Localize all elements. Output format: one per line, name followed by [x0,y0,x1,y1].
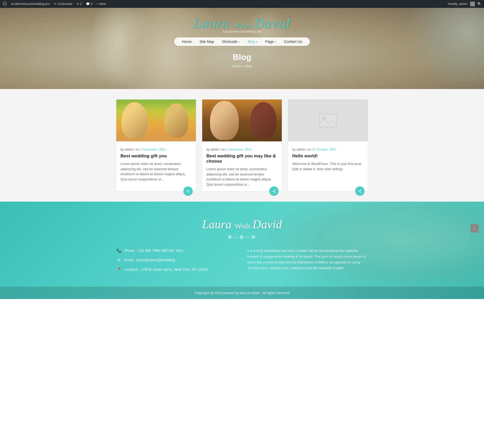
search-icon[interactable]: 🔍 [477,2,481,6]
blog-meta-3: by admin / on 20 October, 2021 [292,148,364,151]
footer-email-text: Email : laura@David@wedding [124,258,175,262]
footer-logo-left: Laura [202,218,232,231]
site-title-hero: Laura Weds David [194,16,290,31]
footer-bottom: Copyright @ 2020 powerd by laura & david… [0,287,484,299]
site-title-weds: Weds [234,21,254,30]
footer-location-text: Location : 176 W street name. New York, … [124,267,208,272]
footer-contact-column: 📞 Phone : 123 456 7890 089 567 4321 ✉ Em… [116,248,237,276]
blog-card-body-3: by admin / on 20 October, 2021 Hello wor… [288,141,368,176]
blog-card: by admin / on 1 November, 2021 Best wedd… [202,99,282,191]
nav-shotcode[interactable]: Shotcode ▾ [222,40,240,44]
footer-description-column: It is a long established fact that a rea… [247,248,368,276]
share-button-1[interactable] [183,186,193,196]
svg-point-7 [273,191,274,192]
chevron-down-icon: ▾ [238,40,240,43]
blog-section: by admin / on 1 November, 2021 Best wedd… [0,89,484,202]
svg-line-17 [359,191,360,192]
footer: Laura Weds David ✾—✿—✾ 📞 Phone : 123 456… [0,202,484,299]
copyright-text: Copyright @ 2020 powerd by laura & david… [195,291,289,295]
page-header: Blog Home » Blog [232,52,252,68]
breadcrumb: Home » Blog [232,64,252,68]
nav-wrapper: Home Site Map Shotcode ▾ Blog ▾ Page ▾ C… [174,34,310,50]
blog-card-image-1 [116,99,196,141]
chevron-down-icon: ▾ [256,40,257,43]
nav-contact[interactable]: Contact Us [284,40,302,44]
svg-point-14 [360,190,361,191]
hero-section: Laura Weds David Just another WordPress … [0,8,484,89]
main-nav: Home Site Map Shotcode ▾ Blog ▾ Page ▾ C… [174,37,310,46]
site-tagline: Just another WordPress site [222,30,262,34]
site-url[interactable]: localhost/luzuk/wedding-pro [11,2,50,6]
share-button-2[interactable] [269,186,279,196]
avatar [470,2,475,6]
blog-card-excerpt-2: Lorem ipsum dolor sit amet, consectetur … [206,167,278,187]
hero-content: Laura Weds David Just another WordPress … [0,8,484,68]
svg-point-15 [359,191,360,192]
share-button-3[interactable] [355,186,365,196]
wp-logo[interactable] [3,2,7,7]
blog-card-image-2 [202,99,282,141]
footer-logo-weds: Weds [235,222,253,230]
blog-date-1[interactable]: 1 November, 2021 [140,148,166,151]
phone-icon: 📞 [116,248,122,253]
footer-content: Laura Weds David ✾—✿—✾ 📞 Phone : 123 456… [111,217,373,287]
footer-phone: 📞 Phone : 123 456 7890 089 567 4321 [116,248,237,253]
svg-point-2 [187,191,188,192]
blog-card-title-3[interactable]: Hello world! [292,153,364,159]
blog-meta-2: by admin / on 1 November, 2021 [206,148,278,151]
blog-card-body-2: by admin / on 1 November, 2021 Best wedd… [202,141,282,191]
blog-author-3: admin [296,148,305,151]
scroll-to-top-button[interactable]: ↑ [470,224,479,233]
footer-phone-text: Phone : 123 456 7890 089 567 4321 [124,248,184,253]
blog-date-3[interactable]: 20 October, 2021 [312,148,336,151]
blog-card-excerpt-3: Welcome to WordPress. This is your first… [292,161,364,172]
breadcrumb-separator: » [242,64,244,68]
blog-meta-1: by admin / on 1 November, 2021 [120,148,192,151]
nav-sitemap[interactable]: Site Map [200,40,214,44]
svg-line-9 [273,191,274,192]
footer-divider: ✾—✿—✾ [216,234,268,240]
location-icon: 📍 [116,267,122,272]
page-title: Blog [232,52,252,62]
blog-card-body-1: by admin / on 1 November, 2021 Best wedd… [116,141,196,186]
new-link[interactable]: + New [97,2,106,6]
breadcrumb-home[interactable]: Home [232,64,241,68]
svg-line-5 [188,190,189,191]
comments-link[interactable]: 💬 0 [86,2,92,6]
breadcrumb-current: Blog [245,64,252,68]
svg-point-6 [274,190,276,191]
site-title-right: David [254,16,290,31]
customize-link[interactable]: ✏ Customize [54,2,72,6]
blog-card-image-placeholder [288,99,368,141]
footer-columns: 📞 Phone : 123 456 7890 089 567 4321 ✉ Em… [116,248,368,276]
footer-description: It is a long established fact that a rea… [247,248,368,271]
blog-card-title-1[interactable]: Best wedding gift you [120,153,192,159]
site-title-left: Laura [194,16,230,31]
footer-email: ✉ Email : laura@David@wedding [116,257,237,263]
svg-point-1 [189,190,190,191]
svg-rect-11 [320,114,336,127]
nav-blog[interactable]: Blog ▾ [248,40,257,44]
admin-bar: localhost/luzuk/wedding-pro ✏ Customize … [0,0,484,8]
nav-page[interactable]: Page ▾ [265,40,276,44]
email-icon: ✉ [116,257,122,263]
nav-home[interactable]: Home [182,40,192,44]
blog-author-1: admin [125,148,133,151]
updates-count[interactable]: ↻ 2 [76,2,82,6]
blog-card-title-2[interactable]: Best wedding gift you may like & choose [206,153,278,164]
footer-logo: Laura Weds David [202,217,282,231]
svg-point-8 [274,192,276,193]
chevron-down-icon: ▾ [275,40,276,43]
svg-point-16 [360,192,361,193]
footer-logo-right: David [252,218,282,231]
blog-card-excerpt-1: Lorem ipsum dolor sit amet, consectetur … [120,161,192,182]
blog-date-2[interactable]: 1 November, 2021 [226,148,252,151]
blog-card: by admin / on 20 October, 2021 Hello wor… [288,99,368,191]
howdy-text: Howdy, admin [448,2,468,6]
svg-line-4 [188,191,189,192]
blog-card: by admin / on 1 November, 2021 Best wedd… [116,99,196,191]
blog-grid: by admin / on 1 November, 2021 Best wedd… [111,99,373,191]
svg-line-18 [359,190,360,191]
svg-point-3 [189,192,190,193]
svg-line-10 [273,190,274,191]
